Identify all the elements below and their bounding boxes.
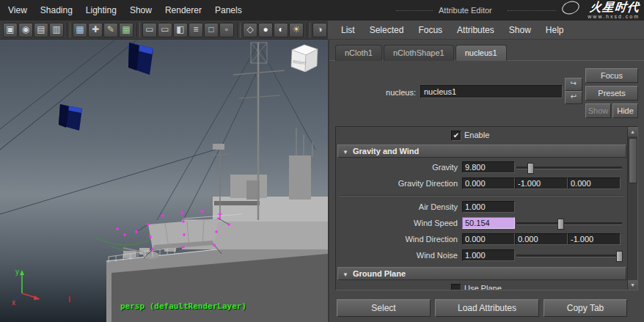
air-density-label: Air Density [336, 202, 458, 211]
wireframe-icon[interactable]: ◇ [243, 23, 257, 37]
nucleus-label: nucleus: [348, 88, 416, 97]
wind-speed-slider-handle[interactable] [557, 219, 564, 230]
menu-renderer[interactable]: Renderer [158, 5, 208, 15]
view-cube[interactable]: RIGHT [291, 45, 318, 72]
menu-shading[interactable]: Shading [34, 5, 79, 15]
shaded-display-icon[interactable]: ● [258, 23, 273, 37]
textured-display-icon[interactable]: ◐ [274, 23, 288, 37]
nucleus-name-field[interactable] [420, 85, 563, 98]
copy-tab-button[interactable]: Copy Tab [544, 299, 627, 317]
ae-menu-selected[interactable]: Selected [362, 25, 411, 35]
menu-show[interactable]: Show [123, 5, 158, 15]
collapse-triangle-icon: ▼ [343, 268, 348, 281]
gravity-slider-handle[interactable] [527, 163, 534, 174]
gravity-direction-label: Gravity Direction [336, 179, 458, 188]
menu-lighting[interactable]: Lighting [79, 5, 123, 15]
wind-direction-z-field[interactable] [568, 233, 621, 245]
presets-button[interactable]: Presets [585, 86, 638, 100]
grid-icon[interactable]: ▦ [119, 23, 133, 37]
tab-ncloth1[interactable]: nCloth1 [335, 45, 382, 61]
ae-menu-focus[interactable]: Focus [411, 25, 450, 35]
viewport-hud-text: persp (defaultRenderLayer) [84, 301, 282, 311]
lock-camera-icon[interactable]: ◉ [18, 23, 33, 37]
hide-button[interactable]: Hide [612, 103, 638, 118]
ae-menu-help[interactable]: Help [538, 25, 571, 35]
logo-url-text: www.hxsd.com [557, 14, 640, 20]
film-gate-icon[interactable]: ▭ [142, 23, 157, 37]
collapse-triangle-icon: ▼ [343, 146, 348, 158]
viewport-canvas[interactable]: RIGHT y x [0, 40, 328, 322]
wind-noise-field[interactable] [462, 249, 515, 261]
wind-direction-x-field[interactable] [462, 233, 515, 245]
wind-direction-row: Wind Direction [336, 233, 628, 248]
gate-mask-icon[interactable]: ◧ [173, 23, 188, 37]
top-menubar: View Shading Lighting Show Renderer Pane… [0, 0, 644, 21]
wind-noise-row: Wind Noise [336, 249, 628, 264]
toolbar-separator [307, 23, 310, 37]
gravity-direction-x-field[interactable] [462, 178, 515, 189]
tab-nucleus1[interactable]: nucleus1 [455, 45, 507, 61]
focus-button[interactable]: Focus [585, 68, 638, 83]
panel-menu: View Shading Lighting Show Renderer Pane… [1, 0, 249, 21]
use-all-lights-icon[interactable]: ☀ [289, 23, 304, 37]
tab-nclothshape1[interactable]: nClothShape1 [384, 45, 454, 61]
ae-menu-show[interactable]: Show [502, 25, 538, 35]
wind-speed-label: Wind Speed [336, 219, 458, 227]
toolbar-separator [67, 23, 70, 37]
select-button[interactable]: Select [337, 299, 431, 317]
attribute-editor-panel: nCloth1 nClothShape1 nucleus1 nucleus: ↪… [328, 40, 644, 322]
bookmarks-icon[interactable]: ▥ [49, 23, 64, 37]
safe-title-icon[interactable]: ▫ [219, 23, 234, 37]
load-attributes-button[interactable]: Load Attributes [435, 299, 539, 317]
ae-menu-list[interactable]: List [334, 25, 362, 35]
wind-speed-slider[interactable] [516, 222, 622, 225]
wind-direction-label: Wind Direction [336, 235, 458, 244]
2d-pan-zoom-icon[interactable]: ✚ [88, 23, 103, 37]
wind-direction-y-field[interactable] [515, 233, 568, 245]
field-chart-icon[interactable]: ≡ [189, 23, 203, 37]
ae-menu-attributes[interactable]: Attributes [450, 25, 502, 35]
scrollbar-thumb[interactable] [629, 138, 637, 183]
wind-noise-slider-handle[interactable] [616, 251, 623, 262]
axis-x-label: x [12, 299, 15, 307]
gravity-direction-y-field[interactable] [515, 178, 568, 189]
gravity-field[interactable] [462, 161, 515, 173]
gravity-wind-section-header[interactable]: ▼Gravity and Wind [337, 144, 626, 158]
hxsd-logo: 火星时代 www.hxsd.com [557, 1, 640, 20]
toolbar-separator [136, 23, 140, 37]
attribute-editor-menubar: List Selected Focus Attributes Show Help [328, 21, 644, 40]
resolution-gate-icon[interactable]: ▭ [158, 23, 172, 37]
axis-y-label: y [15, 268, 19, 276]
logo-brand-text: 火星时代 [557, 1, 640, 14]
scroll-up-icon[interactable]: ▲ [628, 127, 637, 136]
grease-pencil-icon[interactable]: ✎ [103, 23, 118, 37]
perspective-viewport[interactable]: RIGHT y x persp (defaultRenderLayer) [0, 40, 328, 322]
menu-panels[interactable]: Panels [208, 5, 249, 15]
gravity-label: Gravity [336, 163, 458, 172]
ground-plane-section-header[interactable]: ▼Ground Plane [337, 267, 626, 280]
wind-noise-slider[interactable] [516, 255, 622, 257]
output-connections-icon[interactable]: ↩ [565, 91, 582, 104]
attribute-scrollbar[interactable]: ▲ ▼ [627, 127, 637, 290]
input-connections-icon[interactable]: ↪ [565, 78, 582, 91]
use-plane-checkbox[interactable] [451, 284, 461, 290]
image-plane-icon[interactable]: ▦ [73, 23, 87, 37]
wind-speed-field[interactable] [462, 217, 515, 229]
gravity-direction-z-field[interactable] [568, 178, 621, 189]
select-camera-icon[interactable]: ▣ [3, 23, 18, 37]
attribute-scroll-area: ✔ Enable ▼Gravity and Wind Gravity Gravi… [335, 126, 638, 290]
camera-attributes-icon[interactable]: ▤ [34, 23, 48, 37]
panel-drag-dots [508, 10, 556, 11]
menu-view[interactable]: View [1, 5, 34, 15]
gravity-slider[interactable] [516, 167, 622, 169]
gravity-wind-section-title: Gravity and Wind [353, 147, 419, 155]
wind-noise-label: Wind Noise [336, 251, 458, 260]
row-divider [339, 195, 623, 197]
scroll-down-icon[interactable]: ▼ [628, 280, 637, 290]
air-density-field[interactable] [462, 201, 515, 213]
enable-checkbox[interactable]: ✔ [451, 131, 461, 141]
safe-action-icon[interactable]: □ [204, 23, 219, 37]
shadows-icon[interactable]: ◑ [312, 23, 327, 37]
show-button[interactable]: Show [585, 103, 611, 118]
viewport-toolbar: ▣ ◉ ▤ ▥ ▦ ✚ ✎ ▦ ▭ ▭ ◧ ≡ □ ▫ ◇ ● ◐ ☀ ◑ ◎ … [0, 21, 328, 40]
